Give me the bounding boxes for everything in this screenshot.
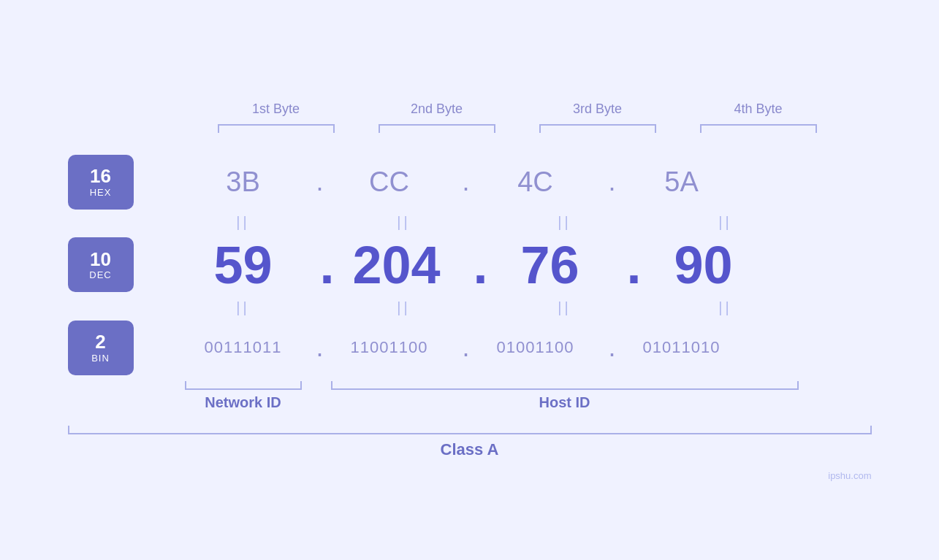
hex-values: 3B . CC . 4C . 5A (163, 166, 872, 198)
hex-badge-num: 16 (90, 166, 111, 187)
watermark: ipshu.com (828, 470, 871, 481)
host-bracket-wrap (324, 381, 806, 390)
bin-badge: 2 BIN (68, 321, 134, 375)
host-bracket (331, 381, 799, 390)
top-brackets (163, 124, 872, 133)
bin-val-2: 11001100 (309, 338, 470, 357)
bin-values: 00111011 . 11001100 . 01001100 . 0101101… (163, 332, 872, 363)
top-bracket-4 (678, 124, 839, 133)
top-bracket-3 (517, 124, 678, 133)
hex-val-3: 4C (455, 166, 616, 198)
dec-values: 59 . 204 . 76 . 90 (163, 235, 872, 295)
bottom-section: Network ID Host ID (163, 381, 872, 411)
hex-val-2: CC (309, 166, 470, 198)
class-label: Class A (68, 440, 872, 459)
dec-badge-label: DEC (89, 269, 111, 280)
bracket-top-1 (218, 124, 335, 133)
eq-row-1: || || || || (163, 214, 872, 231)
byte-header-4: 4th Byte (678, 101, 839, 117)
bin-badge-num: 2 (95, 331, 105, 353)
bracket-top-4 (700, 124, 817, 133)
bracket-top-2 (379, 124, 495, 133)
network-bracket (185, 381, 302, 390)
dec-val-4: 90 (623, 235, 784, 295)
eq-1-4: || (645, 214, 806, 231)
bin-val-3: 01001100 (455, 338, 616, 357)
network-id-label: Network ID (163, 394, 324, 411)
bin-row: 2 BIN 00111011 . 11001100 . 01001100 . 0… (68, 321, 872, 375)
host-id-label: Host ID (324, 394, 806, 411)
bracket-top-3 (539, 124, 656, 133)
byte-header-3: 3rd Byte (517, 101, 678, 117)
eq-1-1: || (163, 214, 324, 231)
hex-badge: 16 HEX (68, 155, 134, 210)
network-bracket-wrap (163, 381, 324, 390)
top-bracket-2 (357, 124, 517, 133)
class-bracket (68, 426, 872, 434)
bin-val-4: 01011010 (601, 338, 762, 357)
class-row: Class A (68, 426, 872, 459)
dec-val-3: 76 (470, 235, 631, 295)
byte-header-1: 1st Byte (196, 101, 357, 117)
top-bracket-1 (196, 124, 357, 133)
hex-val-1: 3B (163, 166, 324, 198)
hex-val-4: 5A (601, 166, 762, 198)
eq-1-2: || (324, 214, 484, 231)
eq-1-3: || (484, 214, 645, 231)
main-container: 1st Byte 2nd Byte 3rd Byte 4th Byte 16 H… (68, 101, 872, 459)
eq-2-4: || (645, 299, 806, 316)
eq-2-1: || (163, 299, 324, 316)
hex-row: 16 HEX 3B . CC . 4C . 5A (68, 155, 872, 210)
bin-val-1: 00111011 (163, 338, 324, 357)
dec-val-2: 204 (316, 235, 477, 295)
bin-badge-label: BIN (91, 353, 110, 364)
byte-headers: 1st Byte 2nd Byte 3rd Byte 4th Byte (163, 101, 872, 117)
dec-val-1: 59 (163, 235, 324, 295)
hex-badge-label: HEX (90, 187, 112, 198)
dec-badge-num: 10 (90, 249, 111, 270)
eq-row-2: || || || || (163, 299, 872, 316)
dec-row: 10 DEC 59 . 204 . 76 . 90 (68, 235, 872, 295)
eq-2-3: || (484, 299, 645, 316)
label-row: Network ID Host ID (163, 394, 872, 411)
eq-2-2: || (324, 299, 484, 316)
byte-header-2: 2nd Byte (357, 101, 517, 117)
dec-badge: 10 DEC (68, 237, 134, 292)
bottom-brackets (163, 381, 872, 390)
